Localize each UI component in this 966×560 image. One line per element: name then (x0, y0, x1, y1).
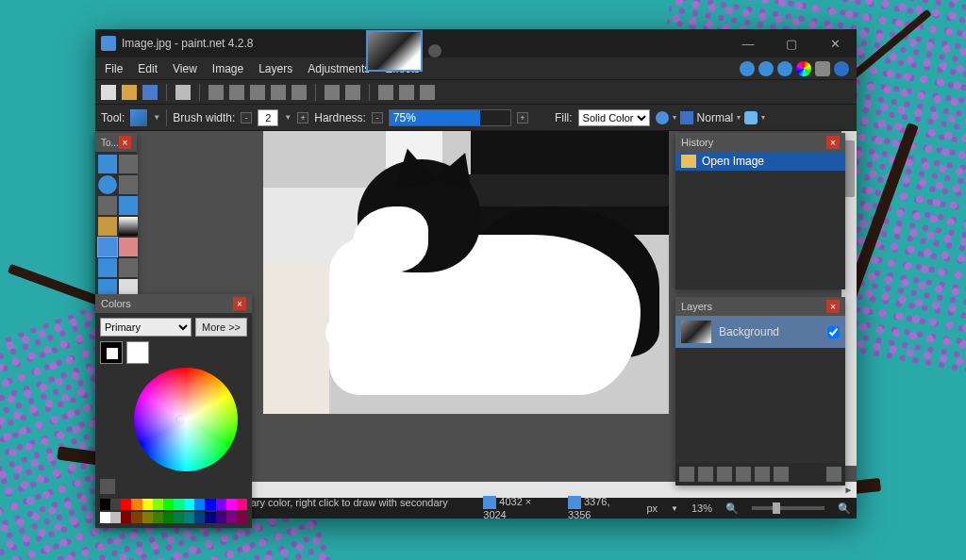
tools-toggle-icon[interactable] (740, 61, 755, 76)
brush-width-input[interactable] (258, 109, 278, 126)
magic-wand-tool[interactable] (98, 196, 117, 215)
colors-primary-select[interactable]: Primary (100, 318, 192, 337)
layer-visibility-checkbox[interactable] (827, 326, 840, 338)
colors-more-button[interactable]: More >> (195, 318, 247, 337)
add-layer-icon[interactable] (679, 467, 694, 482)
paste-icon[interactable] (250, 85, 265, 100)
cut-icon[interactable] (208, 85, 224, 100)
history-panel[interactable]: History× Open Image (675, 133, 845, 289)
ruler2-icon[interactable] (420, 85, 435, 100)
palette-swatch[interactable] (153, 512, 163, 523)
palette-swatch[interactable] (110, 512, 121, 523)
palette-swatch[interactable] (121, 512, 131, 523)
pencil-tool[interactable] (98, 258, 117, 277)
palette-swatch[interactable] (205, 499, 215, 510)
palette-swatch[interactable] (216, 512, 226, 523)
palette-swatch[interactable] (163, 499, 174, 510)
titlebar[interactable]: Image.jpg - paint.net 4.2.8 — ▢ ✕ (95, 29, 857, 58)
close-window-button[interactable]: ✕ (813, 29, 857, 58)
palette-swatch[interactable] (216, 499, 226, 510)
menu-view[interactable]: View (167, 60, 203, 77)
redo-icon[interactable] (345, 85, 360, 100)
menu-layers[interactable]: Layers (253, 60, 298, 77)
palette-swatch[interactable] (100, 512, 110, 523)
lasso-select-tool[interactable] (98, 175, 117, 194)
palette-swatch[interactable] (226, 512, 237, 523)
merge-down-icon[interactable] (736, 467, 751, 482)
duplicate-layer-icon[interactable] (717, 467, 732, 482)
secondary-color-swatch[interactable] (126, 341, 149, 364)
menu-image[interactable]: Image (207, 60, 249, 77)
layers-panel-close[interactable]: × (826, 300, 840, 313)
shield-icon[interactable] (428, 44, 441, 58)
palette-row-2[interactable] (100, 512, 247, 523)
deselect-icon[interactable] (291, 85, 307, 100)
colors-panel-close[interactable]: × (233, 297, 246, 310)
crop-icon[interactable] (271, 85, 286, 100)
paint-bucket-tool[interactable] (98, 217, 117, 236)
antialias-icon[interactable] (656, 111, 669, 124)
color-picker-tool[interactable] (119, 258, 138, 277)
palette-swatch[interactable] (237, 512, 247, 523)
palette-swatch[interactable] (163, 512, 174, 523)
maximize-button[interactable]: ▢ (770, 29, 813, 58)
add-color-icon[interactable] (100, 479, 115, 494)
undo-icon[interactable] (325, 85, 340, 100)
blend-mode-label[interactable]: Normal (697, 111, 734, 124)
copy-icon[interactable] (229, 85, 244, 100)
palette-swatch[interactable] (184, 512, 194, 523)
palette-swatch[interactable] (184, 499, 194, 510)
colors-toggle-icon[interactable] (796, 61, 811, 76)
rectangle-select-tool[interactable] (98, 155, 117, 173)
history-panel-close[interactable]: × (826, 136, 840, 149)
zoom-value[interactable]: 13% (691, 502, 712, 514)
palette-swatch[interactable] (237, 499, 247, 510)
hardness-plus[interactable]: + (517, 112, 528, 124)
move-tool[interactable] (119, 175, 138, 194)
zoom-in-icon[interactable]: 🔍 (838, 502, 851, 515)
color-wheel[interactable] (134, 368, 238, 471)
zoom-slider[interactable] (752, 506, 824, 510)
palette-swatch[interactable] (131, 512, 142, 523)
palette-swatch[interactable] (194, 512, 205, 523)
palette-swatch[interactable] (131, 499, 142, 510)
menu-adjustments[interactable]: Adjustments (302, 60, 375, 77)
move-selection-tool[interactable] (119, 155, 138, 173)
minimize-button[interactable]: — (726, 29, 770, 58)
palette-swatch[interactable] (142, 512, 153, 523)
brush-width-plus[interactable]: + (297, 112, 308, 124)
grid-icon[interactable] (378, 85, 393, 100)
tool-dropdown[interactable]: ▼ (153, 113, 160, 122)
move-layer-down-icon[interactable] (774, 467, 789, 482)
tools-panel-close[interactable]: × (119, 136, 131, 149)
palette-swatch[interactable] (194, 499, 205, 510)
palette-swatch[interactable] (205, 512, 215, 523)
palette-swatch[interactable] (174, 512, 184, 523)
brush-width-minus[interactable]: - (241, 112, 252, 124)
overwrite-icon[interactable] (744, 111, 758, 124)
help-icon[interactable] (834, 61, 849, 76)
history-item[interactable]: Open Image (675, 152, 845, 171)
history-toggle-icon[interactable] (758, 61, 774, 76)
document-thumbnail[interactable] (366, 30, 423, 72)
canvas-image[interactable] (263, 131, 669, 414)
print-icon[interactable] (175, 85, 191, 100)
layers-panel[interactable]: Layers× Background (675, 297, 845, 486)
zoom-out-icon[interactable]: 🔍 (725, 502, 739, 515)
colors-panel[interactable]: Colors× Primary More >> (95, 294, 252, 528)
palette-swatch[interactable] (110, 499, 121, 510)
tools-panel[interactable]: To...× (95, 133, 137, 301)
ruler-icon[interactable] (399, 85, 414, 100)
new-icon[interactable] (101, 85, 116, 100)
palette-swatch[interactable] (121, 499, 131, 510)
palette-swatch[interactable] (100, 499, 110, 510)
paintbrush-tool[interactable] (98, 238, 117, 256)
palette-row-1[interactable] (100, 499, 247, 510)
unit-select[interactable]: px (646, 502, 658, 514)
save-icon[interactable] (142, 85, 158, 100)
eraser-tool[interactable] (119, 238, 138, 256)
menu-edit[interactable]: Edit (132, 60, 163, 77)
layers-toggle-icon[interactable] (777, 61, 792, 76)
open-icon[interactable] (122, 85, 137, 100)
layer-item[interactable]: Background (675, 316, 845, 348)
